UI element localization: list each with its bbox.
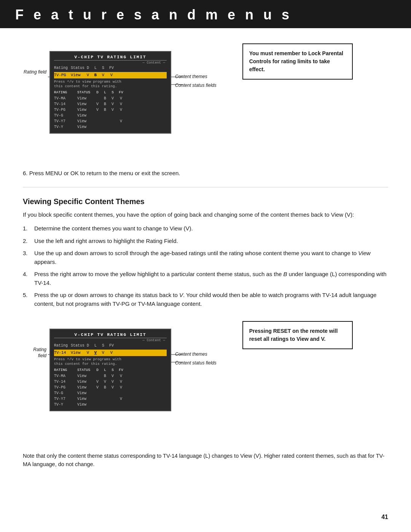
figure1-wrap: Rating status field Rating field xyxy=(23,51,206,161)
screen2-title: V-CHIP TV RATING LIMIT xyxy=(54,332,167,338)
callout-box-2: Pressing RESET on the remote will reset … xyxy=(242,321,353,349)
content-bracket-label2: — Content — xyxy=(54,339,167,342)
numbered-list: 1. Determine the content themes you want… xyxy=(23,224,388,312)
page-number: 41 xyxy=(381,514,388,521)
figure2-col: Rating status field Ratingfield V-CHIP T… xyxy=(23,317,227,439)
tv-screen-1: V-CHIP TV RATING LIMIT — Content — Ratin… xyxy=(49,51,171,134)
intro-text: If you block specific content themes, yo… xyxy=(23,211,388,219)
content-themes-label: Content themes xyxy=(175,74,207,79)
list-item-1: 1. Determine the content themes you want… xyxy=(23,224,388,233)
section-divider xyxy=(23,187,388,187)
content-themes-label2: Content themes xyxy=(175,351,207,357)
list-item-2: 2. Use the left and right arrows to high… xyxy=(23,237,388,246)
screen1-sub-table: RATING STATUS D L S FV TV-MA View B xyxy=(54,90,167,129)
note-text: Note that only the content theme status … xyxy=(23,452,388,469)
callout1-col: You must remember to Lock Parental Contr… xyxy=(242,40,388,161)
callout2-col: Pressing RESET on the remote will reset … xyxy=(242,317,388,439)
callout2-text: Pressing RESET on the remote will reset … xyxy=(249,328,338,342)
content-bracket-label: — Content — xyxy=(54,61,167,65)
step6-text: 6. Press MENU or OK to return to the men… xyxy=(23,169,388,178)
screen2-sub-table: RATING STATUS D L S FV TV-MA View B xyxy=(54,367,167,407)
list-item-3: 3. Use the up and down arrows to scroll … xyxy=(23,249,388,266)
header-bar: F e a t u r e s a n d m e n u s xyxy=(0,0,411,28)
screen2-press-msg: Press ^/v to view programs withthis cont… xyxy=(54,357,167,367)
page-title: F e a t u r e s a n d m e n u s xyxy=(15,7,396,23)
section-figure2: Rating status field Ratingfield V-CHIP T… xyxy=(23,317,388,439)
rating-field-label: Rating field xyxy=(23,69,46,75)
screen1-title: V-CHIP TV RATING LIMIT xyxy=(54,55,167,61)
list-item-5: 5. Press the up or down arrows to change… xyxy=(23,291,388,308)
figure1-col: Rating status field Rating field xyxy=(23,40,227,161)
figure2-wrap: Rating status field Ratingfield V-CHIP T… xyxy=(23,329,206,439)
main-content: Rating status field Rating field xyxy=(0,40,411,469)
content-status-label2: Content status fields xyxy=(175,360,217,366)
callout1-text: You must remember to Lock Parental Contr… xyxy=(249,50,343,72)
screen1-header: Rating Status D L S FV xyxy=(54,65,167,71)
rating-field-label2: Ratingfield xyxy=(23,347,46,359)
content-status-label: Content status fields xyxy=(175,83,217,88)
screen1-press-msg: Press ^/v to view programs withthis cont… xyxy=(54,80,167,89)
tv-screen-2: V-CHIP TV RATING LIMIT — Content — Ratin… xyxy=(49,329,171,411)
callout-box-1: You must remember to Lock Parental Contr… xyxy=(242,43,353,80)
screen2-highlight-row: TV-14 View V V V V xyxy=(54,350,167,356)
section-figure1: Rating status field Rating field xyxy=(23,40,388,161)
screen1-highlight-row: TV-PG View V B V V xyxy=(54,72,167,78)
section-heading: Viewing Specific Content Themes xyxy=(23,197,388,206)
screen2-header: Rating Status D L S FV xyxy=(54,343,167,349)
list-item-4: 4. Press the right arrow to move the yel… xyxy=(23,270,388,287)
